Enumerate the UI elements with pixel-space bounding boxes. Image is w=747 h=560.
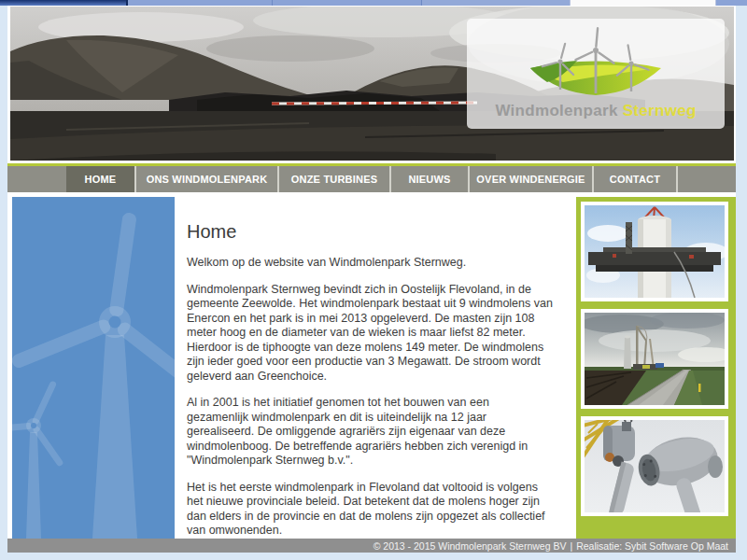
wind-turbine-watermark-icon (12, 197, 175, 539)
nav-item-ons-windmolenpark[interactable]: ONS WINDMOLENPARK (136, 166, 279, 192)
intro-paragraph: Welkom op de website van Windmolenpark S… (187, 256, 553, 271)
nav-spacer (678, 166, 736, 192)
page-container: Windmolenpark Sternweg HOME ONS WINDMOLE… (7, 6, 736, 553)
main-content: Home Welkom op de website van Windmolenp… (175, 197, 576, 539)
photo-nacelle-parts (581, 416, 728, 516)
photo-turbine-construction (581, 202, 728, 301)
copyright-text: © 2013 - 2015 Windmolenpark Sternweg BV (374, 540, 567, 552)
main-nav: HOME ONS WINDMOLENPARK ONZE TURBINES NIE… (7, 166, 736, 192)
logo-name-gray: Windmolenpark (495, 102, 617, 119)
nav-item-over-windenergie[interactable]: OVER WINDENERGIE (470, 166, 594, 192)
content-row: Home Welkom op de website van Windmolenp… (7, 197, 736, 539)
footer: © 2013 - 2015 Windmolenpark Sternweg BV … (7, 539, 736, 553)
right-sidebar (576, 197, 736, 539)
page-title: Home (187, 221, 553, 243)
wind-turbines-logo-icon (512, 22, 680, 95)
footer-divider: | (570, 540, 572, 552)
paragraph: Al in 2001 is het initiatief genomen tot… (187, 396, 553, 469)
realisation-link[interactable]: Realisatie: Sybit Software Op Maat (576, 540, 728, 552)
logo-name-highlight: Sternweg (623, 102, 697, 119)
nav-item-nieuws[interactable]: NIEUWS (391, 166, 470, 192)
nav-item-onze-turbines[interactable]: ONZE TURBINES (279, 166, 391, 192)
photo-landscape-crane (581, 309, 728, 409)
site-logo[interactable]: Windmolenpark Sternweg (467, 19, 725, 129)
turbine-tower-photo (585, 205, 725, 298)
paragraph: Het is het eerste windmolenpark in Flevo… (187, 481, 553, 539)
landscape-road-photo (585, 313, 725, 405)
logo-wordmark: Windmolenpark Sternweg (467, 102, 725, 120)
nav-spacer (7, 166, 66, 192)
nav-item-contact[interactable]: CONTACT (594, 166, 678, 192)
nav-item-home[interactable]: HOME (66, 166, 136, 192)
header-photo: Windmolenpark Sternweg (10, 7, 734, 161)
paragraph: Windmolenpark Sternweg bevindt zich in O… (187, 283, 553, 385)
nacelle-components-photo (585, 420, 725, 512)
left-sidebar (12, 197, 175, 539)
